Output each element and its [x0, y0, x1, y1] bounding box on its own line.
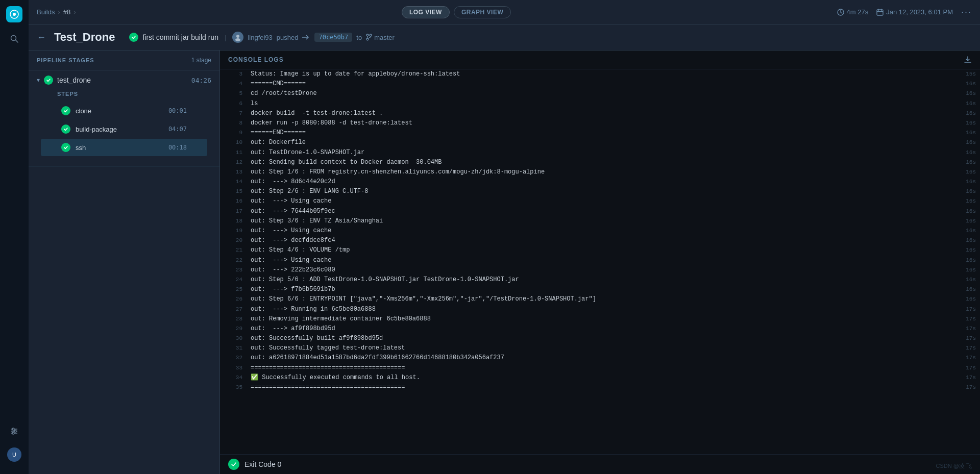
- graph-view-button[interactable]: GRAPH VIEW: [454, 6, 511, 18]
- line-content: out: ---> Running in 6c5be80a6888: [251, 305, 958, 314]
- line-time: 16s: [958, 276, 976, 285]
- line-number: 27: [224, 305, 242, 314]
- log-line: 8docker run -p 8080:8088 -d test-drone:l…: [220, 118, 980, 128]
- duration-display: 4m 27s: [837, 8, 869, 16]
- line-time: 17s: [958, 373, 976, 383]
- log-line: 29out: ---> af9f898bd95d17s: [220, 324, 980, 334]
- calendar-icon: [876, 9, 884, 16]
- user-avatar[interactable]: U: [7, 447, 21, 462]
- stage-status-icon: [44, 76, 53, 85]
- line-content: out: Sending build context to Docker dae…: [251, 158, 958, 167]
- step-ssh[interactable]: ssh 00:18: [41, 139, 207, 156]
- line-time: 16s: [958, 187, 976, 196]
- watermark: CSDN @凌 飞: [936, 462, 972, 470]
- line-time: 16s: [958, 138, 976, 147]
- svg-rect-10: [877, 10, 883, 15]
- builds-link[interactable]: Builds: [37, 8, 55, 16]
- log-line: 18out: Step 3/6 : ENV TZ Asia/Shanghai16…: [220, 216, 980, 226]
- line-time: 16s: [958, 158, 976, 167]
- console-log-scroll[interactable]: 3Status: Image is up to date for applebo…: [220, 69, 980, 454]
- commit-hash[interactable]: 70ce50b7: [314, 33, 352, 42]
- log-line: 20out: ---> decfddce8fc416s: [220, 236, 980, 245]
- line-number: 31: [224, 344, 242, 353]
- build-meta: first commit jar build run | lingfei93 p…: [129, 32, 394, 43]
- line-time: 16s: [958, 89, 976, 98]
- line-time: 15s: [958, 70, 976, 79]
- line-content: out: ---> f7b6b5691b7b: [251, 285, 958, 294]
- line-number: 21: [224, 246, 242, 255]
- breadcrumb-sep-1: ›: [58, 8, 60, 16]
- line-time: 17s: [958, 325, 976, 334]
- line-time: 16s: [958, 207, 976, 216]
- step-ssh-name: ssh: [76, 144, 163, 152]
- line-content: cd /root/testDrone: [251, 89, 958, 98]
- line-content: out: Step 6/6 : ENTRYPOINT ["java","-Xms…: [251, 294, 958, 304]
- line-content: out: ---> decfddce8fc4: [251, 236, 958, 245]
- line-number: 29: [224, 325, 242, 334]
- line-number: 35: [224, 383, 242, 392]
- line-number: 16: [224, 197, 242, 206]
- step-ssh-time: 00:18: [168, 144, 187, 151]
- back-button[interactable]: ←: [37, 32, 46, 43]
- steps-section: STEPS clone 00:01 build-package 04:: [37, 85, 211, 161]
- line-time: 16s: [958, 99, 976, 109]
- status-icon: [129, 33, 138, 42]
- line-number: 11: [224, 148, 242, 158]
- search-icon[interactable]: [6, 31, 22, 47]
- step-build-name: build-package: [76, 126, 163, 133]
- more-options-button[interactable]: ···: [961, 7, 972, 17]
- svg-point-6: [12, 428, 14, 430]
- line-time: 16s: [958, 256, 976, 265]
- line-content: out: ---> Using cache: [251, 256, 958, 265]
- stage-header[interactable]: ▾ test_drone 04:26: [37, 76, 211, 85]
- clock-icon: [837, 9, 844, 16]
- line-time: 16s: [958, 109, 976, 118]
- line-time: 16s: [958, 285, 976, 294]
- line-content: out: Removing intermediate container 6c5…: [251, 314, 958, 324]
- line-number: 17: [224, 207, 242, 216]
- log-line: 35======================================…: [220, 383, 980, 392]
- log-line: 21out: Step 4/6 : VOLUME /tmp16s: [220, 245, 980, 255]
- line-content: out: Successfully built af9f898bd95d: [251, 334, 958, 343]
- step-clone[interactable]: clone 00:01: [41, 102, 207, 119]
- log-line: 22out: ---> Using cache16s: [220, 256, 980, 265]
- line-content: out: a62618971884ed51a1587bd6da2fdf399b6…: [251, 353, 958, 363]
- log-line: 24out: Step 5/6 : ADD TestDrone-1.0-SNAP…: [220, 275, 980, 285]
- sliders-icon[interactable]: [6, 423, 22, 439]
- line-content: out: Successfully tagged test-drone:late…: [251, 343, 958, 353]
- line-content: ========================================…: [251, 363, 958, 373]
- date-display: Jan 12, 2023, 6:01 PM: [876, 8, 953, 16]
- line-number: 6: [224, 99, 242, 109]
- step-build-package[interactable]: build-package 04:07: [41, 120, 207, 138]
- top-navbar: Builds › #8 › LOG VIEW GRAPH VIEW 4m 27s: [29, 0, 980, 24]
- log-line: 10out: Dockerfile16s: [220, 138, 980, 147]
- username[interactable]: lingfei93: [248, 34, 272, 41]
- line-content: out: Step 2/6 : ENV LANG C.UTF-8: [251, 187, 958, 196]
- line-number: 28: [224, 315, 242, 324]
- exit-code-text: Exit Code 0: [244, 460, 281, 468]
- app-logo[interactable]: [6, 6, 22, 22]
- svg-point-8: [12, 432, 14, 434]
- build-title: Test_Drone: [54, 31, 115, 44]
- line-content: out: TestDrone-1.0-SNAPSHOT.jar: [251, 148, 958, 158]
- breadcrumb: Builds › #8 ›: [37, 8, 76, 16]
- log-line: 4======CMD======16s: [220, 79, 980, 89]
- download-button[interactable]: [964, 56, 972, 64]
- view-toggle: LOG VIEW GRAPH VIEW: [402, 6, 511, 18]
- line-number: 24: [224, 276, 242, 285]
- log-line: 9======END======16s: [220, 128, 980, 138]
- line-number: 25: [224, 285, 242, 294]
- branch-icon: [366, 34, 372, 41]
- pipeline-title: PIPELINE STAGES: [37, 57, 94, 63]
- line-content: docker build -t test-drone:latest .: [251, 109, 958, 118]
- branch-tag[interactable]: master: [366, 34, 395, 41]
- line-number: 19: [224, 227, 242, 236]
- console-header: CONSOLE LOGS: [220, 51, 980, 69]
- line-time: 17s: [958, 354, 976, 363]
- build-info-bar: ← Test_Drone first commit jar build run …: [29, 24, 980, 51]
- log-line: 33======================================…: [220, 363, 980, 373]
- log-view-button[interactable]: LOG VIEW: [402, 6, 450, 18]
- main-content: Builds › #8 › LOG VIEW GRAPH VIEW 4m 27s: [29, 0, 980, 474]
- line-number: 30: [224, 334, 242, 343]
- line-time: 16s: [958, 246, 976, 255]
